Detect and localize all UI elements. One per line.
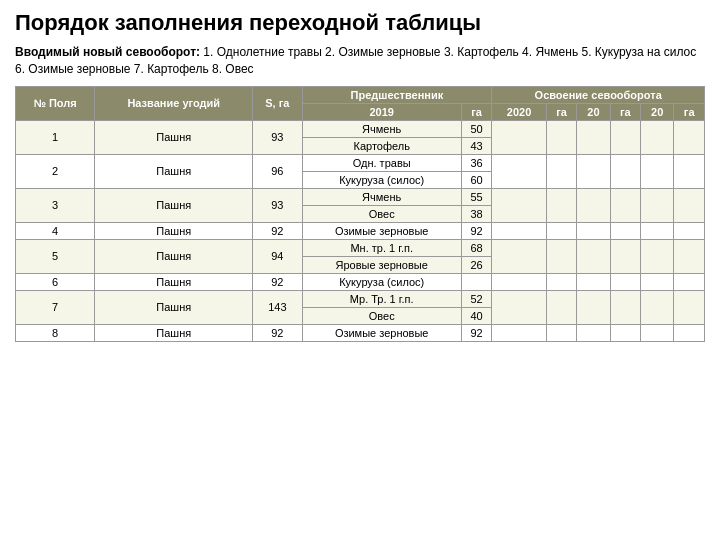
cell-name: Пашня (95, 154, 253, 188)
cell-osv-0 (492, 290, 546, 324)
cell-osv-0 (492, 222, 546, 239)
cell-s: 143 (253, 290, 302, 324)
cell-crop: Одн. травы (302, 154, 461, 171)
table-row: 1Пашня93Ячмень50 (16, 120, 705, 137)
table-row: 7Пашня143Мр. Тр. 1 г.п.52 (16, 290, 705, 307)
cell-no: 1 (16, 120, 95, 154)
cell-osv-4 (641, 188, 674, 222)
table-row: 3Пашня93Ячмень55 (16, 188, 705, 205)
cell-osv-4 (641, 120, 674, 154)
cell-crop: Овес (302, 307, 461, 324)
cell-osv-0 (492, 120, 546, 154)
col-pred: Предшественник (302, 86, 492, 103)
col-s: S, га (253, 86, 302, 120)
cell-osv-2 (577, 273, 610, 290)
cell-pred-ga: 40 (461, 307, 491, 324)
cell-osv-2 (577, 290, 610, 324)
cell-osv-1 (546, 154, 577, 188)
cell-name: Пашня (95, 120, 253, 154)
cell-no: 5 (16, 239, 95, 273)
osv-2020: 2020 (492, 103, 546, 120)
cell-osv-0 (492, 239, 546, 273)
cell-osv-2 (577, 222, 610, 239)
cell-pred-ga: 60 (461, 171, 491, 188)
cell-crop: Овес (302, 205, 461, 222)
col-osv: Освоение севооборота (492, 86, 705, 103)
cell-no: 8 (16, 324, 95, 341)
cell-crop: Мн. тр. 1 г.п. (302, 239, 461, 256)
cell-osv-5 (674, 222, 705, 239)
cell-no: 6 (16, 273, 95, 290)
cell-osv-1 (546, 120, 577, 154)
osv-ga1: га (546, 103, 577, 120)
cell-osv-5 (674, 188, 705, 222)
cell-osv-5 (674, 290, 705, 324)
cell-osv-5 (674, 120, 705, 154)
cell-crop: Картофель (302, 137, 461, 154)
cell-name: Пашня (95, 239, 253, 273)
cell-osv-0 (492, 324, 546, 341)
cell-crop: Кукуруза (силос) (302, 273, 461, 290)
col-name: Название угодий (95, 86, 253, 120)
cell-pred-ga: 52 (461, 290, 491, 307)
table-row: 6Пашня92Кукуруза (силос) (16, 273, 705, 290)
cell-osv-5 (674, 324, 705, 341)
cell-crop: Озимые зерновые (302, 324, 461, 341)
table-row: 4Пашня92Озимые зерновые92 (16, 222, 705, 239)
cell-pred-ga: 36 (461, 154, 491, 171)
cell-osv-1 (546, 324, 577, 341)
cell-crop: Яровые зерновые (302, 256, 461, 273)
intro-paragraph: Вводимый новый севооборот: 1. Однолетние… (15, 44, 705, 78)
table-row: 5Пашня94Мн. тр. 1 г.п.68 (16, 239, 705, 256)
cell-crop: Мр. Тр. 1 г.п. (302, 290, 461, 307)
cell-pred-ga: 92 (461, 222, 491, 239)
cell-no: 4 (16, 222, 95, 239)
cell-s: 93 (253, 120, 302, 154)
cell-crop: Озимые зерновые (302, 222, 461, 239)
table-row: 8Пашня92Озимые зерновые92 (16, 324, 705, 341)
cell-pred-ga: 55 (461, 188, 491, 205)
cell-s: 96 (253, 154, 302, 188)
cell-pred-ga: 50 (461, 120, 491, 137)
cell-no: 2 (16, 154, 95, 188)
cell-osv-4 (641, 324, 674, 341)
cell-osv-2 (577, 120, 610, 154)
table-row: 2Пашня96Одн. травы36 (16, 154, 705, 171)
cell-pred-ga: 26 (461, 256, 491, 273)
cell-crop: Ячмень (302, 188, 461, 205)
cell-osv-1 (546, 222, 577, 239)
cell-osv-4 (641, 273, 674, 290)
cell-osv-4 (641, 290, 674, 324)
cell-name: Пашня (95, 290, 253, 324)
cell-osv-3 (610, 120, 641, 154)
cell-osv-2 (577, 239, 610, 273)
cell-osv-1 (546, 290, 577, 324)
cell-s: 92 (253, 222, 302, 239)
cell-osv-4 (641, 239, 674, 273)
cell-no: 7 (16, 290, 95, 324)
cell-osv-4 (641, 222, 674, 239)
osv-20a: 20 (577, 103, 610, 120)
osv-ga2: га (610, 103, 641, 120)
intro-label: Вводимый новый севооборот: (15, 45, 200, 59)
cell-osv-2 (577, 154, 610, 188)
cell-pred-ga: 92 (461, 324, 491, 341)
cell-name: Пашня (95, 222, 253, 239)
main-table: № Поля Название угодий S, га Предшествен… (15, 86, 705, 342)
pred-ga: га (461, 103, 491, 120)
cell-osv-0 (492, 273, 546, 290)
cell-s: 94 (253, 239, 302, 273)
cell-s: 93 (253, 188, 302, 222)
cell-osv-0 (492, 154, 546, 188)
cell-osv-3 (610, 188, 641, 222)
page-title: Порядок заполнения переходной таблицы (15, 10, 705, 36)
cell-osv-3 (610, 222, 641, 239)
cell-osv-5 (674, 273, 705, 290)
cell-osv-2 (577, 324, 610, 341)
col-no: № Поля (16, 86, 95, 120)
cell-osv-0 (492, 188, 546, 222)
cell-osv-3 (610, 324, 641, 341)
cell-osv-2 (577, 188, 610, 222)
cell-s: 92 (253, 273, 302, 290)
pred-year: 2019 (302, 103, 461, 120)
